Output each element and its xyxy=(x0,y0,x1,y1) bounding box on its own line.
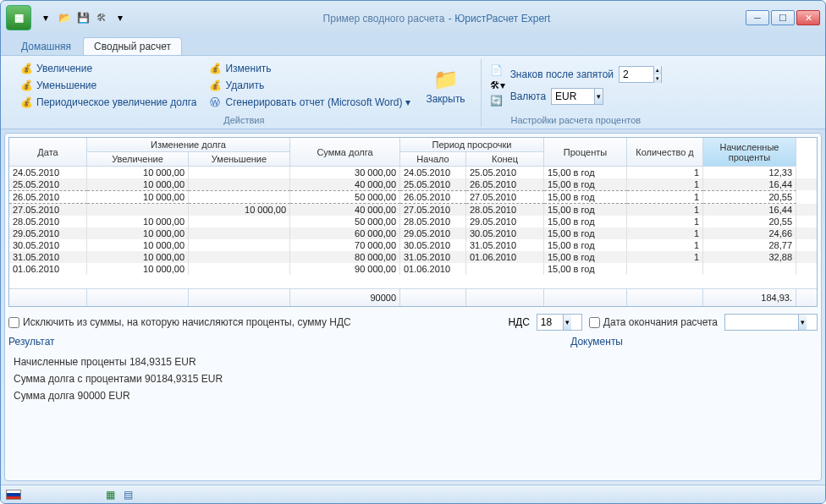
decimals-spinner[interactable]: ▴▾ xyxy=(619,66,662,83)
cell: 15,00 в год xyxy=(544,263,627,275)
cell: 15,00 в год xyxy=(544,239,627,251)
vat-input[interactable] xyxy=(537,316,563,328)
titlebar: ▦ ▾ 📂 💾 🛠 ▾ Пример сводного расчета - Юр… xyxy=(1,1,825,35)
col-decrease[interactable]: Уменьшение xyxy=(189,152,290,167)
edit-icon: 💰 xyxy=(208,62,222,75)
increase-button[interactable]: 💰Увеличение xyxy=(16,61,200,76)
exclude-vat-input[interactable] xyxy=(8,317,19,328)
cell xyxy=(189,263,290,275)
currency-combo[interactable]: ▾ xyxy=(551,88,603,105)
decrease-button[interactable]: 💰Уменьшение xyxy=(16,78,200,93)
close-button[interactable]: ✕ xyxy=(796,10,820,25)
col-overdue[interactable]: Период просрочки xyxy=(400,138,544,152)
cell: 15,00 в год xyxy=(544,251,627,263)
results-block: Начисленные проценты 184,9315 EUR Сумма … xyxy=(8,356,818,402)
cell: 10 000,00 xyxy=(87,190,189,204)
open-icon[interactable]: 📂 xyxy=(57,10,72,25)
table-row[interactable]: 01.06.201010 000,0090 000,0001.06.201015… xyxy=(9,263,817,275)
decimals-input[interactable] xyxy=(620,68,653,80)
col-start[interactable]: Начало xyxy=(400,152,466,167)
end-date-combo[interactable]: ▾ xyxy=(724,314,818,331)
group-settings: 📄 🛠▾ 🔄 Знаков после запятой ▴▾ Валюта xyxy=(482,59,670,127)
end-date-label: Дата окончания расчета xyxy=(603,316,718,328)
generate-report-button[interactable]: ⓌСгенерировать отчет (Microsoft Word) ▾ xyxy=(205,95,414,110)
window-title: Пример сводного расчета - ЮристРасчет Ex… xyxy=(128,10,746,25)
content-area: Дата Изменение долга Увеличение Уменьшен… xyxy=(4,133,822,481)
excel-icon[interactable]: ▦ xyxy=(106,489,115,501)
cell: 30.05.2010 xyxy=(466,227,544,239)
cell: 1 xyxy=(627,216,703,227)
cell: 28.05.2010 xyxy=(400,216,466,227)
col-increase[interactable]: Увеличение xyxy=(87,152,189,167)
end-date-input[interactable] xyxy=(589,317,600,328)
table-row[interactable]: 29.05.201010 000,0060 000,0029.05.201030… xyxy=(9,227,817,239)
vat-label: НДС xyxy=(508,316,529,328)
end-date-checkbox[interactable]: Дата окончания расчета xyxy=(589,316,718,328)
qat-more-icon[interactable]: ▾ xyxy=(113,10,128,25)
exclude-vat-checkbox[interactable]: Исключить из суммы, на которую начисляют… xyxy=(8,316,351,328)
tools-icon[interactable]: 🛠 xyxy=(94,10,109,25)
language-flag-icon[interactable] xyxy=(6,490,21,500)
table-row[interactable]: 25.05.201010 000,0040 000,0025.05.201026… xyxy=(9,178,817,190)
result-line-3: Сумма долга 90000 EUR xyxy=(14,390,818,402)
col-qty[interactable]: Количество д xyxy=(627,138,703,167)
footer-accrued: 184,93. xyxy=(703,289,796,306)
spin-down-icon[interactable]: ▾ xyxy=(653,74,661,83)
qat-dropdown-icon[interactable]: ▾ xyxy=(38,10,53,25)
currency-label: Валюта xyxy=(510,90,546,102)
table-row[interactable]: 30.05.201010 000,0070 000,0030.05.201031… xyxy=(9,239,817,251)
app-menu-button[interactable]: ▦ xyxy=(6,5,31,30)
table-row[interactable]: 26.05.201010 000,0050 000,0026.05.201027… xyxy=(9,190,817,204)
chevron-down-icon: ▾ xyxy=(405,96,410,108)
increase-icon: 💰 xyxy=(19,62,33,75)
delete-button[interactable]: 💰Удалить xyxy=(205,78,414,93)
cell: 27.05.2010 xyxy=(466,190,544,204)
tab-summary[interactable]: Сводный расчет xyxy=(83,37,182,55)
maximize-button[interactable]: ☐ xyxy=(771,10,795,25)
col-accrued[interactable]: Начисленные проценты xyxy=(703,138,796,167)
col-debt-sum[interactable]: Сумма долга xyxy=(290,138,400,167)
doc-icon[interactable]: ▤ xyxy=(124,489,133,501)
chevron-down-icon[interactable]: ▾ xyxy=(563,315,571,330)
cell: 29.05.2010 xyxy=(466,216,544,227)
cell xyxy=(189,227,290,239)
col-debt-change[interactable]: Изменение долга xyxy=(87,138,290,152)
save-icon[interactable]: 💾 xyxy=(75,10,91,25)
cell: 15,00 в год xyxy=(544,227,627,239)
cell: 1 xyxy=(627,239,703,251)
periodic-increase-button[interactable]: 💰Периодическое увеличение долга xyxy=(16,95,200,110)
table-row[interactable]: 28.05.201010 000,0050 000,0028.05.201029… xyxy=(9,216,817,227)
cell: 01.06.2010 xyxy=(9,263,87,275)
chevron-down-icon[interactable]: ▾ xyxy=(798,315,807,330)
cell: 26.05.2010 xyxy=(400,190,466,204)
cell: 15,00 в год xyxy=(544,167,627,178)
word-icon: Ⓦ xyxy=(208,96,222,109)
table-row[interactable]: 27.05.201010 000,0040 000,0027.05.201028… xyxy=(9,204,817,216)
col-date[interactable]: Дата xyxy=(9,138,87,167)
cell: 1 xyxy=(627,204,703,216)
tools-small-icon[interactable]: 🛠▾ xyxy=(490,79,505,91)
close-tab-button[interactable]: 📁 Закрыть xyxy=(419,61,471,110)
minimize-button[interactable]: ─ xyxy=(746,10,769,25)
currency-input[interactable] xyxy=(552,90,594,102)
refresh-icon[interactable]: 🔄 xyxy=(490,95,505,107)
chevron-down-icon[interactable]: ▾ xyxy=(594,89,603,104)
cell: 01.06.2010 xyxy=(400,263,466,275)
table-row[interactable]: 24.05.201010 000,0030 000,0024.05.201025… xyxy=(9,167,817,178)
page-setup-icon[interactable]: 📄 xyxy=(490,64,505,76)
spin-up-icon[interactable]: ▴ xyxy=(653,66,661,74)
col-end[interactable]: Конец xyxy=(466,152,544,167)
cell: 25.05.2010 xyxy=(466,167,544,178)
data-grid[interactable]: Дата Изменение долга Увеличение Уменьшен… xyxy=(8,137,818,307)
end-date-field[interactable] xyxy=(725,316,798,328)
vat-combo[interactable]: ▾ xyxy=(537,314,582,331)
documents-section-label: Документы xyxy=(570,336,623,348)
col-interest[interactable]: Проценты xyxy=(544,138,627,167)
edit-button[interactable]: 💰Изменить xyxy=(205,61,414,76)
cell: 24,66 xyxy=(703,227,796,239)
result-section-label: Результат xyxy=(8,336,55,348)
table-row[interactable]: 31.05.201010 000,0080 000,0031.05.201001… xyxy=(9,251,817,263)
tab-home[interactable]: Домашняя xyxy=(11,38,81,55)
cell: 29.05.2010 xyxy=(400,227,466,239)
result-line-2: Сумма долга с процентами 90184,9315 EUR xyxy=(14,373,818,385)
